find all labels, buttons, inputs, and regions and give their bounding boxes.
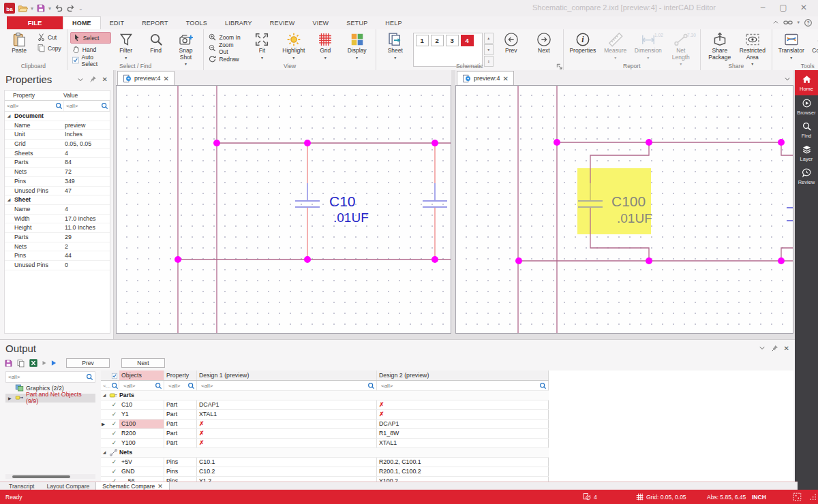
collapse-ribbon-icon[interactable] xyxy=(772,19,779,26)
prev-difference-button[interactable]: Prev xyxy=(66,358,110,368)
sidebar-item-find[interactable]: Find xyxy=(795,119,818,142)
sidebar-item-home[interactable]: Home xyxy=(795,70,818,95)
cap-ref-label[interactable]: C10 xyxy=(329,193,356,209)
scroll-up-icon[interactable]: ▲ xyxy=(484,33,494,44)
property-row[interactable]: Grid0.05, 0.05 xyxy=(5,140,110,149)
search-icon[interactable] xyxy=(539,382,547,390)
help-icon[interactable]: ? xyxy=(804,18,813,27)
row-check-icon[interactable]: ✓ xyxy=(112,430,117,437)
pin-icon[interactable] xyxy=(89,76,97,83)
property-row[interactable]: Unused Pins47 xyxy=(5,187,110,196)
sheet-number-4[interactable]: 4 xyxy=(461,35,474,46)
col-property[interactable]: Property xyxy=(164,371,197,380)
grid-status-icon[interactable] xyxy=(635,492,644,501)
run-compare-icon[interactable] xyxy=(50,360,57,366)
sheet-status-icon[interactable] xyxy=(583,492,592,501)
property-row[interactable]: Parts29 xyxy=(5,233,110,242)
open-dropdown-caret-icon[interactable]: ▾ xyxy=(31,5,33,12)
column-filter-input[interactable] xyxy=(199,381,376,391)
row-check-icon[interactable]: ✓ xyxy=(112,411,117,418)
table-row[interactable]: ✓GNDPinsC10.2R200.1, C100.2 xyxy=(101,467,549,477)
redo-icon[interactable] xyxy=(66,3,76,13)
status-unit[interactable]: INCH xyxy=(752,494,766,501)
link-icon[interactable] xyxy=(783,18,793,27)
export-excel-icon[interactable] xyxy=(29,358,38,368)
collapse-triangle-icon[interactable]: ◢ xyxy=(5,195,13,204)
col-design2[interactable]: Design 2 (preview) xyxy=(377,371,549,380)
cell-object[interactable]: Y1 xyxy=(119,410,164,419)
property-row[interactable]: Parts84 xyxy=(5,158,110,168)
table-row[interactable]: ✓Y100Part✗XTAL1 xyxy=(101,439,549,448)
col-design1[interactable]: Design 1 (preview) xyxy=(197,371,377,380)
col-objects[interactable]: Objects xyxy=(119,371,164,380)
tree-hscrollbar[interactable] xyxy=(5,474,95,479)
menu-tab-help[interactable]: HELP xyxy=(376,16,410,29)
zoom-out-button[interactable]: Zoom Out xyxy=(207,43,246,53)
save-report-icon[interactable] xyxy=(4,359,13,368)
cap-ref-label[interactable]: C100 xyxy=(611,193,646,209)
app-logo-icon[interactable]: ba xyxy=(4,3,15,14)
cell-object[interactable]: C10 xyxy=(119,400,164,409)
sheet-number-3[interactable]: 3 xyxy=(446,35,459,46)
copy-report-icon[interactable] xyxy=(16,359,25,368)
select-button[interactable]: Select xyxy=(70,32,111,44)
search-icon[interactable] xyxy=(86,373,93,381)
sheet-number-1[interactable]: 1 xyxy=(416,35,429,46)
table-row[interactable]: ✓Y1PartXTAL1✗ xyxy=(101,410,549,420)
collapse-triangle-icon[interactable]: ◢ xyxy=(101,391,108,400)
sidebar-item-browser[interactable]: Browser xyxy=(795,95,818,119)
document-tab[interactable]: preview:4 ✕ xyxy=(457,71,514,85)
minimize-button[interactable]: – xyxy=(753,0,773,15)
undo-icon[interactable] xyxy=(54,3,63,13)
grid-button[interactable]: Grid▾ xyxy=(309,31,341,60)
properties-button[interactable]: iProperties xyxy=(566,31,599,54)
row-check-icon[interactable]: ✓ xyxy=(112,420,117,427)
menu-tab-review[interactable]: REVIEW xyxy=(261,16,304,29)
play-small-icon[interactable] xyxy=(42,360,47,366)
cap-value-label[interactable]: .01UF xyxy=(617,211,652,225)
search-icon[interactable] xyxy=(101,102,108,110)
capacitor-C10[interactable] xyxy=(295,143,320,259)
row-check-icon[interactable]: ✓ xyxy=(112,401,117,408)
check-all-icon[interactable] xyxy=(111,373,118,379)
prev-sheet-button[interactable]: Prev xyxy=(495,31,528,54)
property-row[interactable]: Width17.0 Inches xyxy=(5,215,110,224)
row-check-icon[interactable]: ✓ xyxy=(112,439,117,446)
maximize-button[interactable]: ▢ xyxy=(773,0,793,15)
property-row[interactable]: Namepreview xyxy=(5,121,110,131)
next-difference-button[interactable]: Next xyxy=(121,358,165,368)
close-tab-icon[interactable]: ✕ xyxy=(157,483,163,490)
properties-section-sheet[interactable]: ◢Sheet xyxy=(5,195,110,205)
table-row[interactable]: ✓__56PinsY1.2Y100.2 xyxy=(101,477,549,482)
restricted-area-button[interactable]: RestrictedArea▾ xyxy=(736,31,769,66)
property-row[interactable]: UnitInches xyxy=(5,130,110,140)
cell-object[interactable]: +5V xyxy=(119,458,164,467)
selection-mode-icon[interactable] xyxy=(793,492,802,501)
translator-button[interactable]: Translator▾ xyxy=(775,31,808,60)
cell-object[interactable]: __56 xyxy=(119,477,164,482)
tree-filter-input[interactable] xyxy=(6,372,95,382)
close-tab-icon[interactable]: ✕ xyxy=(503,75,509,82)
filter-button[interactable]: Filter▾ xyxy=(111,31,141,60)
property-row[interactable]: Pins349 xyxy=(5,177,110,187)
menu-tab-library[interactable]: LIBRARY xyxy=(216,16,261,29)
save-icon[interactable] xyxy=(36,3,46,13)
properties-section-document[interactable]: ◢Document xyxy=(5,112,110,121)
table-row[interactable]: ✓+5VPinsC10.1R200.2, C100.1 xyxy=(101,458,549,467)
next-sheet-button[interactable]: Next xyxy=(528,31,560,54)
capacitor-right-partial[interactable] xyxy=(423,143,447,259)
display-button[interactable]: Display▾ xyxy=(341,31,372,60)
sheet-button[interactable]: Sheet▾ xyxy=(379,31,412,60)
scroll-down-icon[interactable]: ▼ xyxy=(484,44,494,55)
property-row[interactable]: Pins44 xyxy=(5,251,110,261)
cell-object[interactable]: GND xyxy=(119,467,164,476)
menu-tab-view[interactable]: VIEW xyxy=(304,16,338,29)
search-icon[interactable] xyxy=(155,382,162,390)
sidebar-item-review[interactable]: Review xyxy=(795,165,818,188)
close-button[interactable]: ✕ xyxy=(793,0,814,15)
cell-object[interactable]: Y100 xyxy=(119,439,164,447)
compare-button[interactable]: Compare▾ xyxy=(808,31,818,60)
table-group-nets[interactable]: ◢Nets xyxy=(101,448,549,458)
column-filter-input[interactable] xyxy=(379,381,548,391)
search-icon[interactable] xyxy=(111,382,119,390)
